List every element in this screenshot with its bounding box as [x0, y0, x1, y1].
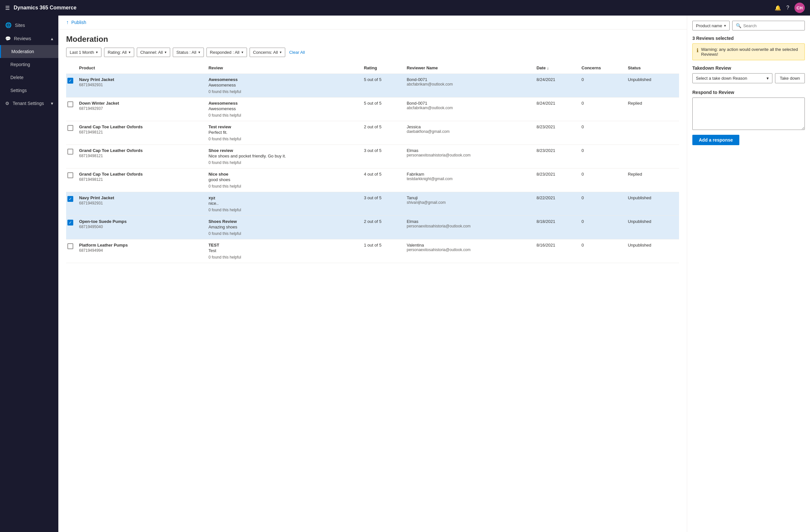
- globe-icon: 🌐: [5, 22, 12, 28]
- table-row[interactable]: ✓Navy Print Jacket68719492931xyznice..0 …: [66, 192, 679, 216]
- row-checkbox[interactable]: [67, 125, 73, 131]
- product-name: Platform Leather Pumps: [79, 243, 203, 248]
- row-concerns: 0: [579, 121, 625, 145]
- row-checkbox[interactable]: ✓: [67, 220, 73, 226]
- warning-icon: ℹ: [697, 47, 698, 57]
- table-row[interactable]: Grand Cap Toe Leather Oxfords68719498121…: [66, 168, 679, 192]
- row-reviewer-name: Elmaspersonaexitosahistoria@outlook.com: [404, 216, 534, 239]
- review-title: Awesomeness: [208, 77, 358, 82]
- review-body: Awesomeness: [208, 83, 358, 87]
- hamburger-icon[interactable]: ☰: [5, 5, 10, 11]
- gear-icon: ⚙: [5, 101, 10, 106]
- date-filter[interactable]: Last 1 Month: [66, 48, 101, 57]
- sidebar-item-reviews[interactable]: 💬 Reviews ▴: [0, 32, 58, 45]
- row-reviewer-name: Fabrikamtestdarkknight@gmail.com: [404, 168, 534, 192]
- sidebar-item-reporting[interactable]: Reporting: [0, 58, 58, 71]
- row-review: Shoes ReviewAmazing shoes0 found this he…: [206, 216, 361, 239]
- row-date: 8/24/2021: [534, 98, 579, 121]
- row-checkbox[interactable]: [67, 101, 73, 107]
- publish-bar[interactable]: ↑ Publish: [58, 16, 687, 30]
- clear-all-button[interactable]: Clear All: [289, 50, 305, 55]
- found-helpful: 0 found this helpful: [208, 231, 358, 236]
- sidebar-item-tenant-settings[interactable]: ⚙ Tenant Settings ▾: [0, 97, 58, 110]
- top-nav: ☰ Dynamics 365 Commerce 🔔 ? CH: [0, 0, 810, 16]
- sidebar-label-delete: Delete: [10, 75, 23, 80]
- row-reviewer-name: Bond-0071abcfabrikam@outlook.com: [404, 74, 534, 98]
- warning-box: ℹ Warning: any action would overwrite al…: [692, 44, 805, 60]
- search-input[interactable]: [743, 23, 801, 28]
- concerns-filter[interactable]: Concerns: All: [249, 48, 286, 57]
- table-container: Product Review Rating Reviewer Name Date…: [58, 62, 687, 263]
- row-concerns: 0: [579, 98, 625, 121]
- col-concerns: Concerns: [579, 62, 625, 74]
- row-reviewer-name: Jessicadaebakfiona@gmail.com: [404, 121, 534, 145]
- concerns-filter-label: Concerns: All: [253, 50, 278, 55]
- add-response-button[interactable]: Add a response: [692, 135, 739, 145]
- channel-filter[interactable]: Channel: All: [137, 48, 170, 57]
- table-row[interactable]: ✓Open-toe Suede Pumps68719495040Shoes Re…: [66, 216, 679, 239]
- row-status: Replied: [625, 98, 679, 121]
- notification-icon[interactable]: 🔔: [775, 5, 781, 11]
- reviewer-email: abcfabrikam@outlook.com: [407, 82, 531, 86]
- reviewer-name: Elmas: [407, 219, 531, 224]
- take-down-button[interactable]: Take down: [775, 73, 805, 83]
- status-filter[interactable]: Status : All: [173, 48, 204, 57]
- avatar[interactable]: CH: [794, 3, 805, 13]
- publish-label: Publish: [71, 20, 86, 25]
- sidebar-item-moderation[interactable]: Moderation: [0, 45, 58, 58]
- reviewer-name: Tanuji: [407, 195, 531, 200]
- row-review: Test reviewPerfect fit.0 found this help…: [206, 121, 361, 145]
- row-checkbox[interactable]: [67, 172, 73, 178]
- row-checkbox-cell: [66, 121, 77, 145]
- channel-filter-label: Channel: All: [140, 50, 163, 55]
- row-concerns: 0: [579, 168, 625, 192]
- row-status: Unpublished: [625, 192, 679, 216]
- row-rating: 4 out of 5: [361, 168, 404, 192]
- row-concerns: 0: [579, 145, 625, 168]
- responded-filter[interactable]: Responded : All: [207, 48, 247, 57]
- table-header-row: Product Review Rating Reviewer Name Date…: [66, 62, 679, 74]
- product-id: 68719498121: [79, 130, 203, 134]
- row-rating: 1 out of 5: [361, 239, 404, 263]
- table-row[interactable]: Down Winter Jacket68719492937Awesomeness…: [66, 98, 679, 121]
- reviewer-email: testdarkknight@gmail.com: [407, 177, 531, 181]
- col-rating: Rating: [361, 62, 404, 74]
- row-concerns: 0: [579, 192, 625, 216]
- table-row[interactable]: Platform Leather Pumps68719494994TESTTes…: [66, 239, 679, 263]
- col-review: Review: [206, 62, 361, 74]
- app-body: 🌐 Sites 💬 Reviews ▴ Moderation Reporting…: [0, 16, 810, 532]
- col-checkbox: [66, 62, 77, 74]
- sidebar-item-settings[interactable]: Settings: [0, 84, 58, 97]
- found-helpful: 0 found this helpful: [208, 160, 358, 165]
- review-body: Perfect fit.: [208, 130, 358, 135]
- rating-filter[interactable]: Rating: All: [104, 48, 134, 57]
- row-reviewer-name: Tanujishivanijha@gmail.com: [404, 192, 534, 216]
- row-rating: 5 out of 5: [361, 74, 404, 98]
- sidebar-item-delete[interactable]: Delete: [0, 71, 58, 84]
- top-nav-icons: 🔔 ? CH: [775, 3, 805, 13]
- row-product: Platform Leather Pumps68719494994: [77, 239, 206, 263]
- respond-textarea[interactable]: [692, 98, 805, 130]
- col-date[interactable]: Date ↓: [534, 62, 579, 74]
- row-checkbox[interactable]: [67, 149, 73, 154]
- found-helpful: 0 found this helpful: [208, 184, 358, 188]
- takedown-select[interactable]: Select a take down Reason ▾: [692, 73, 773, 83]
- reviewer-name: Valentina: [407, 243, 531, 248]
- takedown-select-label: Select a take down Reason: [696, 76, 747, 81]
- responded-filter-label: Responded : All: [210, 50, 240, 55]
- product-name: Open-toe Suede Pumps: [79, 219, 203, 224]
- row-review: AwesomenessAwesomeness0 found this helpf…: [206, 74, 361, 98]
- row-checkbox[interactable]: ✓: [67, 196, 73, 202]
- row-checkbox[interactable]: [67, 243, 73, 249]
- table-row[interactable]: Grand Cap Toe Leather Oxfords68719498121…: [66, 145, 679, 168]
- help-icon[interactable]: ?: [786, 5, 789, 11]
- table-row[interactable]: ✓Navy Print Jacket68719492931Awesomeness…: [66, 74, 679, 98]
- row-rating: 2 out of 5: [361, 216, 404, 239]
- col-product: Product: [77, 62, 206, 74]
- table-body: ✓Navy Print Jacket68719492931Awesomeness…: [66, 74, 679, 263]
- table-row[interactable]: Grand Cap Toe Leather Oxfords68719498121…: [66, 121, 679, 145]
- sidebar-item-sites[interactable]: 🌐 Sites: [0, 18, 58, 32]
- row-checkbox[interactable]: ✓: [67, 78, 73, 84]
- product-filter-dropdown[interactable]: Product name: [692, 21, 730, 31]
- review-title: Shoe review: [208, 148, 358, 153]
